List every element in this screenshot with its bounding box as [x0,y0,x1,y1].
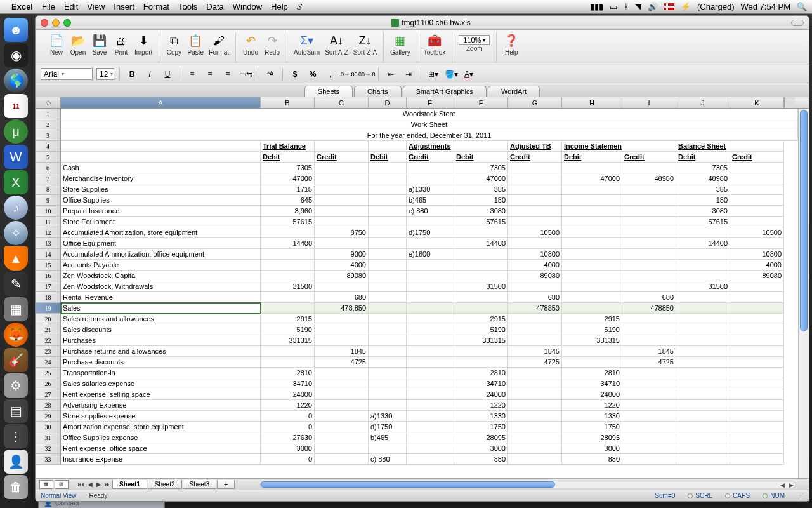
cell[interactable]: Debit [676,152,730,163]
cell[interactable] [369,260,407,271]
bluetooth-icon[interactable]: ᚼ [624,2,629,11]
cell[interactable]: Purchases [61,335,261,346]
sheet-tab-3[interactable]: Sheet3 [183,480,217,489]
import-button[interactable]: ⬇Import [133,32,154,56]
cell[interactable] [407,173,454,184]
cell[interactable] [508,281,562,292]
spreadsheet-grid[interactable]: 1Woodstock Store2Work Sheet3For the year… [36,109,798,478]
cell[interactable] [622,454,676,465]
cell[interactable]: Accumulated Amortization, store equipmen… [61,227,261,238]
cell[interactable] [454,249,508,260]
wifi-icon[interactable]: ◥ [635,2,641,11]
cell[interactable] [622,443,676,454]
cell[interactable] [622,163,676,173]
menu-help[interactable]: Help [271,2,288,11]
cell[interactable] [369,195,407,206]
new-button[interactable]: 📄New [47,32,66,56]
cell[interactable] [369,357,407,368]
cell[interactable]: 10800 [508,249,562,260]
cell[interactable] [622,368,676,378]
cell[interactable] [676,432,730,443]
dock-google-earth[interactable]: 🌎 [4,69,28,93]
cell[interactable] [407,314,454,324]
script-menu-icon[interactable]: 𝓢 [297,2,302,12]
gallery-button[interactable]: ▦Gallery [389,32,412,56]
cell[interactable] [730,163,784,173]
cell[interactable] [730,389,784,400]
cell[interactable] [508,238,562,249]
row-header[interactable]: 21 [36,324,61,335]
cell[interactable]: d)1750 [369,422,407,432]
cell[interactable] [315,400,369,411]
indent-decrease-button[interactable]: ⇤ [384,68,398,81]
cell[interactable] [562,292,622,303]
dock-garageband[interactable]: 🎸 [4,348,28,372]
cell[interactable]: 4000 [315,260,369,271]
cell[interactable]: 2915 [261,314,315,324]
col-header-b[interactable]: B [261,97,315,108]
cell[interactable] [369,378,407,389]
cell[interactable] [730,432,784,443]
cell[interactable] [676,303,730,314]
cell[interactable]: 331315 [261,335,315,346]
cell[interactable]: 57615 [676,217,730,227]
cell[interactable]: 478850 [622,303,676,314]
cell[interactable]: 1330 [562,411,622,422]
cell[interactable]: 7305 [261,163,315,173]
help-button[interactable]: ❓Help [502,32,521,56]
menu-view[interactable]: View [87,2,105,11]
cell[interactable] [676,411,730,422]
cell[interactable]: 7305 [676,163,730,173]
cell[interactable] [730,195,784,206]
cell[interactable]: 10500 [730,227,784,238]
dock-firefox[interactable]: 🦊 [4,323,28,347]
dock-dashboard[interactable]: ◉ [4,43,28,67]
cell[interactable] [622,389,676,400]
sort-za-button[interactable]: Z↓Sort Z-A [352,32,378,56]
cell[interactable]: Rent expense, selling space [61,389,261,400]
cell[interactable]: 478,850 [315,303,369,314]
cell[interactable] [730,184,784,195]
cell[interactable] [369,335,407,346]
cell[interactable] [369,249,407,260]
cell[interactable]: 4725 [508,357,562,368]
cell[interactable] [730,281,784,292]
cell[interactable] [369,314,407,324]
row-header[interactable]: 12 [36,227,61,238]
cell[interactable] [261,346,315,357]
cell[interactable]: Balance Sheet [676,141,730,152]
cell[interactable] [407,432,454,443]
cell[interactable]: Rent expense, office space [61,443,261,454]
col-header-i[interactable]: I [622,97,676,108]
cell[interactable]: Work Sheet [61,119,798,130]
cell[interactable]: 10800 [730,249,784,260]
cell[interactable] [562,249,622,260]
cell[interactable] [622,378,676,389]
row-header[interactable]: 24 [36,357,61,368]
sheet-tab-add[interactable]: + [217,480,235,489]
cell[interactable] [622,324,676,335]
row-header[interactable]: 32 [36,443,61,454]
save-button[interactable]: 💾Save [90,32,109,56]
tab-charts[interactable]: Charts [354,86,401,97]
align-right-button[interactable]: ≡ [221,68,235,81]
cell[interactable]: Merchandise Inventory [61,173,261,184]
cell[interactable] [369,238,407,249]
cell[interactable]: 47000 [261,173,315,184]
volume-icon[interactable]: 🔊 [648,2,658,11]
tab-nav-prev[interactable]: ◀ [86,480,94,489]
cell[interactable] [508,163,562,173]
cell[interactable]: Store Supplies [61,184,261,195]
cell[interactable] [622,432,676,443]
row-header[interactable]: 6 [36,163,61,173]
cell[interactable] [562,227,622,238]
cell[interactable]: 180 [676,195,730,206]
dock-app-dark[interactable]: ▤ [4,399,28,423]
row-header[interactable]: 27 [36,389,61,400]
cell[interactable] [562,357,622,368]
cell[interactable] [508,173,562,184]
cell[interactable]: 0 [261,411,315,422]
col-header-f[interactable]: F [454,97,508,108]
row-header[interactable]: 8 [36,184,61,195]
cell[interactable]: 31500 [261,281,315,292]
